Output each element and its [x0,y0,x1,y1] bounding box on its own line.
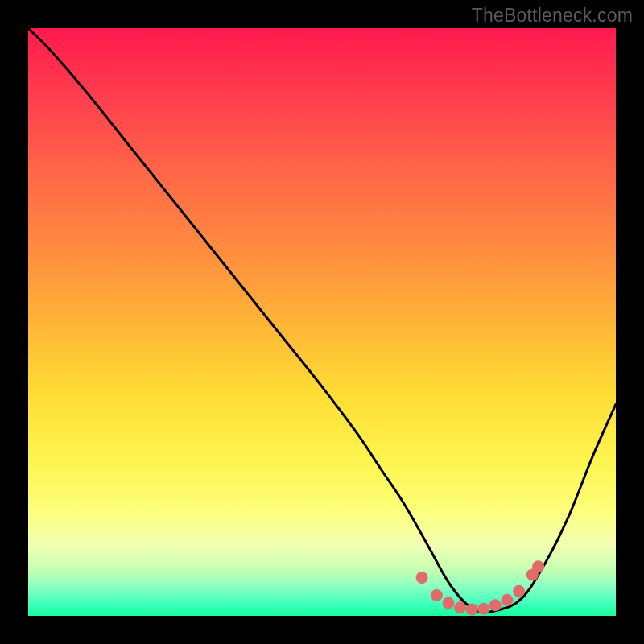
watermark-text: TheBottleneck.com [472,5,633,27]
chart-plot-area [28,28,616,616]
chart-frame: TheBottleneck.com [0,0,644,644]
